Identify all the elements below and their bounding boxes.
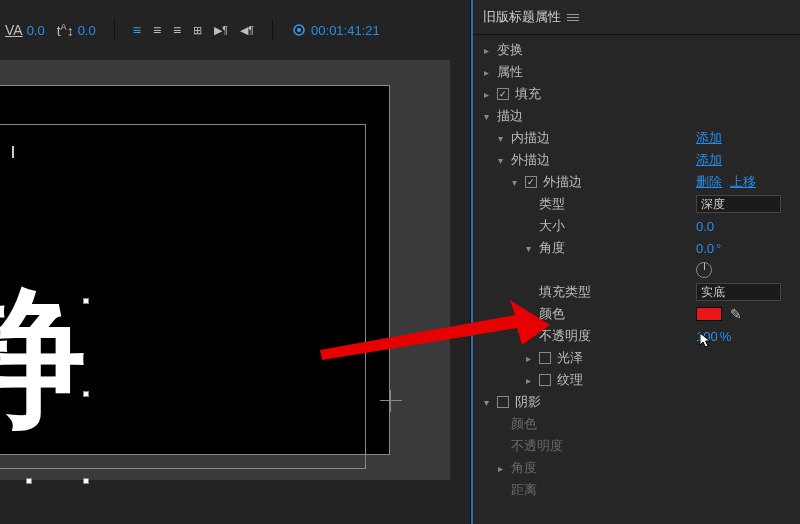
transform-label: 变换 bbox=[497, 41, 523, 59]
kerning-control[interactable]: VA 0.0 bbox=[5, 22, 45, 38]
twirl-icon[interactable] bbox=[509, 177, 519, 188]
twirl-icon[interactable] bbox=[481, 89, 491, 100]
title-safe-frame[interactable]: 静 bbox=[0, 85, 390, 455]
timecode-value[interactable]: 00:01:41:21 bbox=[311, 23, 380, 38]
text-selection-box[interactable]: 静 bbox=[0, 301, 86, 481]
selection-handle[interactable] bbox=[26, 478, 32, 484]
fill-type-value: 实底 bbox=[701, 284, 725, 301]
twirl-icon[interactable] bbox=[481, 397, 491, 408]
move-up-link[interactable]: 上移 bbox=[730, 173, 756, 191]
outer-stroke-group[interactable]: 外描边 添加 bbox=[481, 149, 800, 171]
texture-label: 纹理 bbox=[557, 371, 583, 389]
outer-stroke-item[interactable]: 外描边 删除 上移 bbox=[481, 171, 800, 193]
add-outer-stroke-link[interactable]: 添加 bbox=[696, 151, 722, 169]
color-swatch[interactable] bbox=[696, 307, 722, 321]
snap-icon[interactable]: ◀¶ bbox=[240, 24, 254, 37]
eye-icon bbox=[291, 22, 307, 38]
twirl-icon[interactable] bbox=[481, 111, 491, 122]
property-tree: 变换 属性 填充 描边 内描边 添加 外描边 添加 外描边 bbox=[471, 35, 800, 505]
shadow-angle-label: 角度 bbox=[511, 459, 537, 477]
timecode-group[interactable]: 00:01:41:21 bbox=[291, 22, 380, 38]
outer-stroke-item-label: 外描边 bbox=[543, 173, 582, 191]
sheen-label: 光泽 bbox=[557, 349, 583, 367]
twirl-icon[interactable] bbox=[523, 243, 533, 254]
sheen-row[interactable]: 光泽 bbox=[481, 347, 800, 369]
stroke-type-label: 类型 bbox=[539, 195, 565, 213]
panel-active-indicator bbox=[471, 0, 473, 524]
outer-stroke-checkbox[interactable] bbox=[525, 176, 537, 188]
twirl-icon[interactable] bbox=[523, 353, 533, 364]
shadow-distance-row: 距离 bbox=[481, 479, 800, 501]
divider bbox=[272, 19, 273, 41]
title-text[interactable]: 静 bbox=[0, 291, 81, 426]
eyedropper-icon[interactable]: ✎ bbox=[730, 306, 742, 322]
align-center-icon[interactable]: ≡ bbox=[153, 22, 161, 38]
transform-group[interactable]: 变换 bbox=[481, 39, 800, 61]
shadow-angle-row[interactable]: 角度 bbox=[481, 457, 800, 479]
twirl-icon[interactable] bbox=[495, 463, 505, 474]
crosshair bbox=[390, 390, 391, 412]
divider bbox=[114, 19, 115, 41]
mouse-cursor bbox=[699, 332, 713, 350]
fill-type-select[interactable]: 实底 bbox=[696, 283, 781, 301]
canvas-background: 静 bbox=[0, 60, 450, 480]
twirl-icon[interactable] bbox=[523, 375, 533, 386]
align-right-icon[interactable]: ≡ bbox=[173, 22, 181, 38]
stroke-angle-label: 角度 bbox=[539, 239, 565, 257]
svg-point-1 bbox=[297, 28, 301, 32]
shadow-color-row: 颜色 bbox=[481, 413, 800, 435]
canvas-area: 静 bbox=[0, 50, 464, 524]
texture-row[interactable]: 纹理 bbox=[481, 369, 800, 391]
shadow-checkbox[interactable] bbox=[497, 396, 509, 408]
inner-stroke-label: 内描边 bbox=[511, 129, 550, 147]
stroke-size-value[interactable]: 0.0 bbox=[696, 219, 714, 234]
angle-dial[interactable] bbox=[696, 262, 712, 278]
stroke-type-select[interactable]: 深度 bbox=[696, 195, 781, 213]
tab-icon[interactable]: ⊞ bbox=[193, 24, 202, 37]
opacity-unit: % bbox=[720, 329, 732, 344]
sheen-checkbox[interactable] bbox=[539, 352, 551, 364]
baseline-control[interactable]: tA↕ 0.0 bbox=[57, 22, 96, 39]
fill-checkbox[interactable] bbox=[497, 88, 509, 100]
stroke-opacity-row: 不透明度 100 % bbox=[481, 325, 800, 347]
show-video-icon[interactable]: ▶¶ bbox=[214, 24, 228, 37]
fill-type-row: 填充类型 实底 bbox=[481, 281, 800, 303]
selection-handle[interactable] bbox=[83, 391, 89, 397]
fill-type-label: 填充类型 bbox=[539, 283, 591, 301]
fill-group[interactable]: 填充 bbox=[481, 83, 800, 105]
kerning-value[interactable]: 0.0 bbox=[27, 23, 45, 38]
stroke-color-row: 颜色 ✎ bbox=[481, 303, 800, 325]
texture-checkbox[interactable] bbox=[539, 374, 551, 386]
twirl-icon[interactable] bbox=[495, 133, 505, 144]
legacy-title-properties-panel: 旧版标题属性 变换 属性 填充 描边 内描边 添加 外描边 添 bbox=[470, 0, 800, 524]
stroke-group[interactable]: 描边 bbox=[481, 105, 800, 127]
delete-stroke-link[interactable]: 删除 bbox=[696, 173, 722, 191]
stroke-label: 描边 bbox=[497, 107, 523, 125]
toolbar: VA 0.0 tA↕ 0.0 ≡ ≡ ≡ ⊞ ▶¶ ◀¶ 00:01:41:21 bbox=[0, 15, 380, 45]
stroke-color-label: 颜色 bbox=[539, 305, 565, 323]
angle-unit: ° bbox=[716, 241, 721, 256]
properties-group[interactable]: 属性 bbox=[481, 61, 800, 83]
inner-stroke-group[interactable]: 内描边 添加 bbox=[481, 127, 800, 149]
twirl-icon[interactable] bbox=[481, 67, 491, 78]
properties-label: 属性 bbox=[497, 63, 523, 81]
stroke-angle-value[interactable]: 0.0 bbox=[696, 241, 714, 256]
panel-menu-icon[interactable] bbox=[567, 12, 579, 23]
panel-title-label: 旧版标题属性 bbox=[483, 8, 561, 26]
outer-stroke-label: 外描边 bbox=[511, 151, 550, 169]
shadow-group[interactable]: 阴影 bbox=[481, 391, 800, 413]
align-left-icon[interactable]: ≡ bbox=[133, 22, 141, 38]
shadow-label: 阴影 bbox=[515, 393, 541, 411]
twirl-icon[interactable] bbox=[481, 45, 491, 56]
shadow-opacity-row: 不透明度 bbox=[481, 435, 800, 457]
stroke-angle-row[interactable]: 角度 0.0 ° bbox=[481, 237, 800, 259]
add-inner-stroke-link[interactable]: 添加 bbox=[696, 129, 722, 147]
selection-handle[interactable] bbox=[83, 298, 89, 304]
stroke-type-value: 深度 bbox=[701, 196, 725, 213]
selection-handle[interactable] bbox=[83, 478, 89, 484]
fill-label: 填充 bbox=[515, 85, 541, 103]
twirl-icon[interactable] bbox=[495, 155, 505, 166]
shadow-opacity-label: 不透明度 bbox=[511, 437, 563, 455]
baseline-value[interactable]: 0.0 bbox=[78, 23, 96, 38]
shadow-color-label: 颜色 bbox=[511, 415, 537, 433]
